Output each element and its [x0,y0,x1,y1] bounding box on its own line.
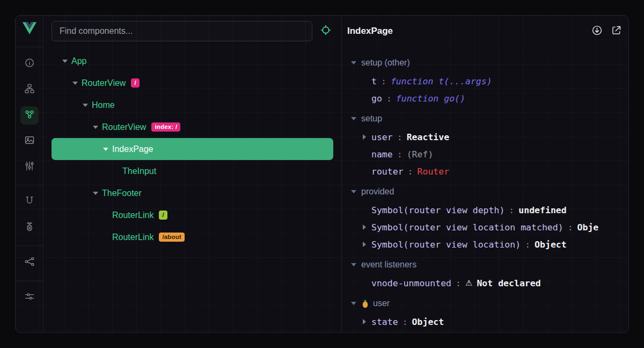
pinia-icon [24,221,35,234]
property-row[interactable]: name:(Ref) [342,146,628,163]
components-icon [24,109,35,122]
route-badge: / [159,211,167,220]
graph-icon [24,256,35,269]
sidebar-item-settings[interactable] [20,288,39,307]
hook-icon [24,195,35,208]
info-icon [24,57,35,70]
sidebar-item-info[interactable] [20,55,39,73]
property-row[interactable]: user:Reactive [342,128,628,146]
tree-item-routerview[interactable]: RouterView / [52,72,333,94]
inspector-title: IndexPage [347,26,584,37]
sliders-horizontal-icon [24,291,35,304]
caret-right-icon[interactable] [363,224,366,230]
property-row[interactable]: vnode-unmounted:⚠Not declared [342,274,628,292]
property-row[interactable]: state:Object [342,313,628,330]
property-row[interactable]: Symbol(router view location matched):Obj… [342,219,628,236]
open-in-editor-button[interactable] [609,24,623,38]
tree-item-thefooter[interactable]: TheFooter [52,182,333,204]
sidebar-item-hooks[interactable] [20,193,39,211]
section-header[interactable]: event listeners [342,255,628,274]
property-row[interactable]: getters:Object [342,330,628,332]
property-row[interactable]: router:Router [342,163,628,180]
open-external-icon [611,25,622,38]
tree-item-app[interactable]: App [52,50,333,72]
property-row[interactable]: Symbol(router view depth):undefined [342,201,628,219]
warning-triangle-icon: ⚠ [465,278,472,288]
caret-down-icon[interactable] [93,192,98,195]
hierarchy-icon [24,83,35,96]
caret-down-icon [351,302,356,305]
sliders-vertical-icon [24,161,35,173]
caret-down-icon [351,263,356,266]
section-setup: setup user:Reactive name:(Ref) router:Ro… [342,109,628,180]
tree-item-indexpage-selected[interactable]: IndexPage [52,138,333,160]
section-event-listeners: event listeners vnode-unmounted:⚠Not dec… [342,255,628,292]
tree-item-home[interactable]: Home [52,94,333,116]
section-provided: provided Symbol(router view depth):undef… [342,182,628,253]
section-header[interactable]: setup (other) [342,53,628,73]
caret-down-icon[interactable] [93,126,98,129]
caret-down-icon[interactable] [72,82,78,85]
caret-right-icon[interactable] [363,242,366,247]
inspector-sections: setup (other) t:function t(...args) go:f… [342,41,628,332]
route-badge: index: / [151,122,180,132]
sidebar-item-graph[interactable] [20,253,39,272]
sidebar-item-hierarchy[interactable] [20,81,39,99]
circle-arrow-down-icon [591,25,603,38]
property-row[interactable]: t:function t(...args) [342,73,628,90]
tree-item-routerview-nested[interactable]: RouterView index: / [52,116,333,138]
vue-devtools-window: App RouterView / Home RouterView index: … [15,15,629,333]
inspector-panel: IndexPage setup (other) t:function t(...… [342,16,628,332]
sidebar-divider [16,245,43,246]
inspector-header: IndexPage [342,16,628,41]
sidebar-item-pinia[interactable] [20,219,39,237]
tree-item-routerlink-about[interactable]: RouterLink /about [52,226,333,248]
component-tree-panel: App RouterView / Home RouterView index: … [43,16,341,332]
caret-down-icon [351,61,356,64]
caret-down-icon [351,117,356,120]
locate-component-button[interactable] [317,22,335,40]
sidebar-divider [16,185,43,185]
section-header[interactable]: user [342,294,628,313]
caret-down-icon [351,190,356,193]
sidebar-divider [16,47,43,47]
sidebar-item-components[interactable] [20,106,39,125]
component-tree: App RouterView / Home RouterView index: … [43,41,341,332]
caret-right-icon[interactable] [363,319,366,324]
caret-down-icon[interactable] [62,60,68,63]
locate-target-icon [320,25,331,38]
section-setup-other: setup (other) t:function t(...args) go:f… [342,53,628,107]
sidebar [16,16,43,332]
sidebar-item-timeline[interactable] [20,158,39,176]
search-input[interactable] [52,21,312,41]
section-header[interactable]: setup [342,109,628,128]
caret-down-icon[interactable] [103,148,108,151]
vue-logo [23,22,36,34]
property-row[interactable]: Symbol(router view location):Object [342,236,628,253]
section-header[interactable]: provided [342,182,628,201]
tree-header [43,16,341,41]
scroll-to-component-button[interactable] [590,24,604,38]
sidebar-divider [16,280,43,281]
tree-item-theinput[interactable]: TheInput [52,160,333,182]
section-pinia-user: user state:Object getters:Object [342,294,628,332]
route-badge: / [131,78,139,88]
tree-item-routerlink-home[interactable]: RouterLink / [52,204,333,226]
route-badge: /about [159,233,185,242]
caret-down-icon[interactable] [83,104,88,107]
caret-right-icon[interactable] [363,134,366,140]
sidebar-item-assets[interactable] [20,132,39,150]
pineapple-icon [361,299,369,308]
image-icon [24,135,35,148]
property-row[interactable]: go:function go() [342,90,628,107]
